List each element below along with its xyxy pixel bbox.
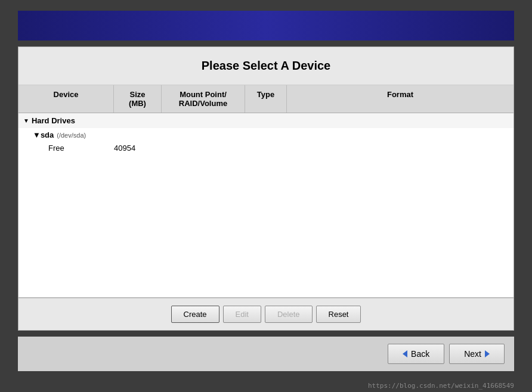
partition-name: Free bbox=[48, 144, 114, 153]
group-label: Hard Drives bbox=[32, 116, 75, 125]
device-name: sda bbox=[41, 130, 54, 139]
action-buttons: Create Edit Delete Reset bbox=[18, 298, 514, 330]
device-path: (/dev/sda) bbox=[57, 132, 86, 139]
toggle-group-icon[interactable]: ▼ bbox=[23, 117, 29, 124]
delete-button[interactable]: Delete bbox=[265, 306, 313, 323]
col-header-format: Format bbox=[287, 85, 514, 113]
col-header-type: Type bbox=[245, 85, 287, 113]
create-button[interactable]: Create bbox=[171, 306, 219, 323]
back-label: Back bbox=[411, 349, 429, 359]
table-body: ▼ Hard Drives ▼ sda (/dev/sda) Free 4095… bbox=[18, 113, 514, 298]
next-button[interactable]: Next bbox=[449, 344, 505, 364]
group-hard-drives[interactable]: ▼ Hard Drives bbox=[18, 113, 514, 128]
partition-size: 40954 bbox=[114, 144, 162, 153]
main-container: Please Select A Device Device Size(MB) M… bbox=[18, 46, 514, 331]
reset-button[interactable]: Reset bbox=[316, 306, 361, 323]
table-header: Device Size(MB) Mount Point/RAID/Volume … bbox=[18, 85, 514, 113]
title-section: Please Select A Device bbox=[18, 47, 514, 85]
next-arrow-icon bbox=[485, 350, 490, 357]
toggle-device-icon[interactable]: ▼ bbox=[33, 130, 41, 139]
device-table: Device Size(MB) Mount Point/RAID/Volume … bbox=[18, 85, 514, 298]
device-sda-row[interactable]: ▼ sda (/dev/sda) bbox=[18, 128, 514, 142]
free-partition-row[interactable]: Free 40954 bbox=[18, 142, 514, 154]
col-header-device: Device bbox=[18, 85, 114, 113]
page-title: Please Select A Device bbox=[30, 59, 502, 73]
nav-row: Back Next bbox=[18, 337, 514, 371]
edit-button[interactable]: Edit bbox=[223, 306, 261, 323]
back-button[interactable]: Back bbox=[388, 344, 444, 364]
watermark: https://blog.csdn.net/weixin_41668549 bbox=[368, 382, 514, 390]
next-label: Next bbox=[464, 349, 481, 359]
top-bar bbox=[18, 11, 514, 41]
back-arrow-icon bbox=[403, 350, 407, 357]
col-header-mount: Mount Point/RAID/Volume bbox=[162, 85, 245, 113]
col-header-size: Size(MB) bbox=[114, 85, 162, 113]
